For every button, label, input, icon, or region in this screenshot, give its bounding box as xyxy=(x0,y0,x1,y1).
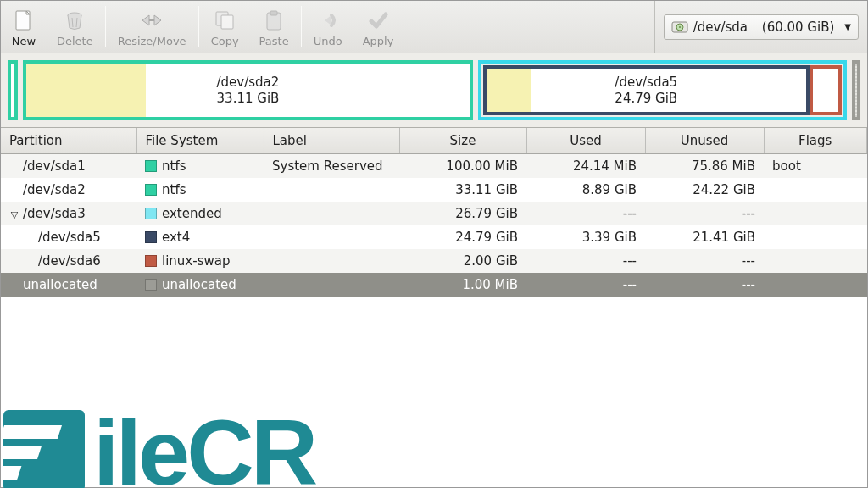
cell-unused: --- xyxy=(645,273,764,297)
svg-rect-13 xyxy=(3,425,62,439)
cell-label xyxy=(264,225,399,249)
undo-icon xyxy=(315,8,341,33)
col-size[interactable]: Size xyxy=(399,128,526,154)
cell-filesystem: extended xyxy=(136,202,264,225)
delete-label: Delete xyxy=(57,35,93,47)
device-path: /dev/sda xyxy=(693,19,748,35)
cell-flags: boot xyxy=(764,154,867,179)
cell-partition: /dev/sda5 xyxy=(1,225,136,249)
bar-seg-sda1[interactable] xyxy=(8,60,18,120)
resize-icon xyxy=(139,8,164,33)
device-selector[interactable]: /dev/sda (60.00 GiB) ▼ xyxy=(664,14,859,40)
cell-label xyxy=(264,178,399,202)
col-filesystem[interactable]: File System xyxy=(136,128,264,154)
cell-unused: 24.22 GiB xyxy=(645,178,764,202)
cell-label xyxy=(264,202,399,225)
copy-icon xyxy=(212,8,237,33)
svg-rect-8 xyxy=(270,11,277,15)
delete-button: Delete xyxy=(47,1,103,53)
svg-point-11 xyxy=(679,26,681,28)
cell-used: --- xyxy=(526,202,645,225)
apply-icon xyxy=(365,8,391,33)
cell-unused: --- xyxy=(645,249,764,273)
fs-swatch xyxy=(145,184,157,196)
table-header: Partition File System Label Size Used Un… xyxy=(1,128,867,154)
bar-seg-sda2[interactable]: /dev/sda2 33.11 GiB xyxy=(23,60,473,120)
col-used[interactable]: Used xyxy=(526,128,645,154)
fs-swatch xyxy=(145,255,157,267)
copy-button: Copy xyxy=(201,1,249,53)
paste-icon xyxy=(261,8,287,33)
device-size: (60.00 GiB) xyxy=(762,19,835,35)
cell-label xyxy=(264,249,399,273)
cell-used: --- xyxy=(526,249,645,273)
col-flags[interactable]: Flags xyxy=(764,128,867,154)
table-row[interactable]: /dev/sda2ntfs33.11 GiB8.89 GiB24.22 GiB xyxy=(1,178,867,202)
watermark-logo: ileCR xyxy=(3,391,410,488)
new-icon xyxy=(11,8,36,33)
table-row[interactable]: /dev/sda6linux-swap2.00 GiB------ xyxy=(1,249,867,273)
cell-partition: /dev/sda2 xyxy=(1,178,136,202)
cell-size: 100.00 MiB xyxy=(399,154,526,179)
undo-label: Undo xyxy=(314,35,342,47)
cell-size: 1.00 MiB xyxy=(399,273,526,297)
paste-label: Paste xyxy=(259,35,289,47)
bar-seg-sda5[interactable]: /dev/sda5 24.79 GiB xyxy=(483,65,810,115)
cell-unused: 21.41 GiB xyxy=(645,225,764,249)
cell-flags xyxy=(764,225,867,249)
table-row[interactable]: unallocatedunallocated1.00 MiB------ xyxy=(1,273,867,297)
svg-rect-6 xyxy=(221,15,233,29)
fs-swatch xyxy=(145,208,157,219)
bar-seg-sda6[interactable] xyxy=(810,65,842,115)
new-button[interactable]: New xyxy=(1,1,47,53)
cell-flags xyxy=(764,202,867,225)
new-label: New xyxy=(12,35,36,47)
col-partition[interactable]: Partition xyxy=(1,128,136,154)
chevron-down-icon: ▼ xyxy=(844,22,851,31)
cell-used: 8.89 GiB xyxy=(526,178,645,202)
cell-unused: 75.86 MiB xyxy=(645,154,764,179)
cell-partition: ▽/dev/sda3 xyxy=(1,202,136,225)
toolbar: New Delete Resize/Move Copy Paste xyxy=(1,1,867,53)
bar-seg-size: 33.11 GiB xyxy=(217,91,280,107)
undo-button: Undo xyxy=(303,1,353,53)
cell-filesystem: ntfs xyxy=(136,178,264,202)
cell-filesystem: unallocated xyxy=(136,273,264,297)
cell-filesystem: ntfs xyxy=(136,154,264,179)
col-label[interactable]: Label xyxy=(264,128,399,154)
col-unused[interactable]: Unused xyxy=(645,128,764,154)
partition-table: Partition File System Label Size Used Un… xyxy=(1,128,867,297)
toolbar-left: New Delete Resize/Move Copy Paste xyxy=(1,1,654,53)
apply-label: Apply xyxy=(363,35,394,47)
bar-seg-unallocated[interactable] xyxy=(852,60,860,120)
table-row[interactable]: /dev/sda1ntfsSystem Reserved100.00 MiB24… xyxy=(1,154,867,179)
cell-used: --- xyxy=(526,273,645,297)
cell-filesystem: ext4 xyxy=(136,225,264,249)
delete-icon xyxy=(62,8,87,33)
toolbar-separator xyxy=(198,6,199,47)
fs-swatch xyxy=(145,160,157,172)
resize-label: Resize/Move xyxy=(118,35,186,47)
cell-size: 26.79 GiB xyxy=(399,202,526,225)
table-row[interactable]: /dev/sda5ext424.79 GiB3.39 GiB21.41 GiB xyxy=(1,225,867,249)
paste-button: Paste xyxy=(249,1,299,53)
cell-used: 24.14 MiB xyxy=(526,154,645,179)
svg-text:ileCR: ileCR xyxy=(93,400,317,488)
toolbar-separator xyxy=(301,6,302,47)
partition-bar: /dev/sda2 33.11 GiB /dev/sda5 24.79 GiB xyxy=(1,53,867,128)
table-row[interactable]: ▽/dev/sda3extended26.79 GiB------ xyxy=(1,202,867,225)
svg-rect-14 xyxy=(3,446,42,459)
bar-seg-label: /dev/sda5 xyxy=(615,75,677,91)
bar-seg-extended[interactable]: /dev/sda5 24.79 GiB xyxy=(478,60,847,120)
device-selector-wrap: /dev/sda (60.00 GiB) ▼ xyxy=(654,1,867,53)
bar-seg-label: /dev/sda2 xyxy=(217,75,280,91)
fs-swatch xyxy=(145,231,157,243)
cell-size: 33.11 GiB xyxy=(399,178,526,202)
cell-label xyxy=(264,273,399,297)
expander-icon[interactable]: ▽ xyxy=(9,209,19,220)
cell-partition: /dev/sda6 xyxy=(1,249,136,273)
apply-button: Apply xyxy=(353,1,404,53)
cell-partition: unallocated xyxy=(1,273,136,297)
copy-label: Copy xyxy=(211,35,239,47)
cell-label: System Reserved xyxy=(264,154,399,179)
